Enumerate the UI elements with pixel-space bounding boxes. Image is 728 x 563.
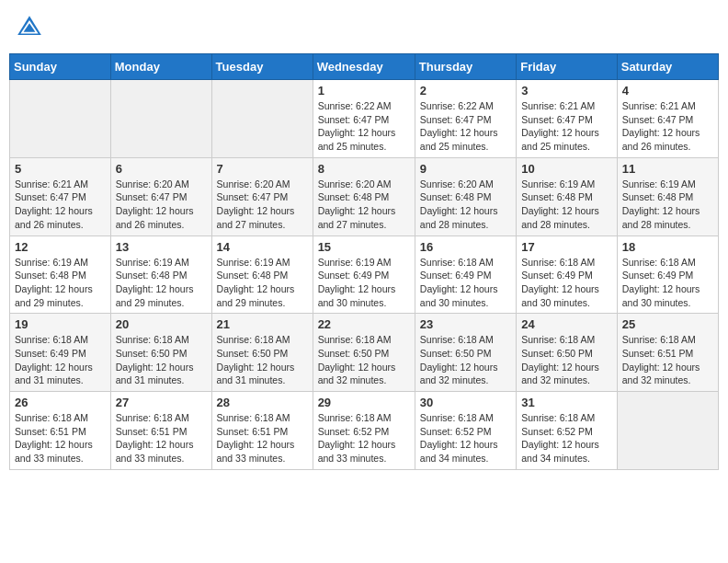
calendar-cell: 16Sunrise: 6:18 AMSunset: 6:49 PMDayligh…	[415, 236, 516, 314]
calendar-week-row: 19Sunrise: 6:18 AMSunset: 6:49 PMDayligh…	[10, 314, 719, 392]
day-info: Sunrise: 6:18 AMSunset: 6:49 PMDaylight:…	[420, 256, 511, 310]
day-info: Sunrise: 6:18 AMSunset: 6:50 PMDaylight:…	[116, 333, 207, 387]
calendar-cell: 5Sunrise: 6:21 AMSunset: 6:47 PMDaylight…	[10, 157, 111, 236]
day-header-tuesday: Tuesday	[211, 54, 313, 80]
calendar-cell: 11Sunrise: 6:19 AMSunset: 6:48 PMDayligh…	[617, 157, 718, 236]
day-number: 26	[15, 396, 106, 409]
day-info: Sunrise: 6:20 AMSunset: 6:47 PMDaylight:…	[116, 178, 207, 232]
day-number: 1	[318, 84, 410, 98]
calendar-cell: 30Sunrise: 6:18 AMSunset: 6:52 PMDayligh…	[415, 392, 516, 470]
day-number: 7	[217, 162, 308, 176]
day-number: 18	[622, 240, 713, 254]
day-info: Sunrise: 6:18 AMSunset: 6:52 PMDaylight:…	[318, 411, 410, 465]
day-info: Sunrise: 6:18 AMSunset: 6:52 PMDaylight:…	[420, 411, 511, 465]
day-header-thursday: Thursday	[415, 54, 516, 80]
day-number: 19	[15, 317, 106, 331]
day-header-saturday: Saturday	[617, 54, 718, 80]
day-number: 16	[420, 240, 511, 254]
calendar-week-row: 26Sunrise: 6:18 AMSunset: 6:51 PMDayligh…	[10, 392, 719, 470]
calendar-cell: 7Sunrise: 6:20 AMSunset: 6:47 PMDaylight…	[211, 157, 313, 236]
day-number: 30	[420, 396, 511, 409]
calendar-cell: 24Sunrise: 6:18 AMSunset: 6:50 PMDayligh…	[517, 314, 618, 392]
calendar-cell: 2Sunrise: 6:22 AMSunset: 6:47 PMDaylight…	[415, 80, 516, 158]
day-number: 15	[318, 240, 410, 254]
day-info: Sunrise: 6:18 AMSunset: 6:52 PMDaylight:…	[521, 411, 612, 465]
calendar-cell: 28Sunrise: 6:18 AMSunset: 6:51 PMDayligh…	[211, 392, 313, 470]
calendar-cell: 17Sunrise: 6:18 AMSunset: 6:49 PMDayligh…	[517, 236, 618, 314]
calendar-cell	[617, 392, 718, 470]
day-info: Sunrise: 6:20 AMSunset: 6:48 PMDaylight:…	[420, 178, 511, 232]
calendar-cell: 21Sunrise: 6:18 AMSunset: 6:50 PMDayligh…	[211, 314, 313, 392]
day-info: Sunrise: 6:20 AMSunset: 6:48 PMDaylight:…	[318, 178, 410, 232]
day-number: 5	[15, 162, 106, 176]
day-info: Sunrise: 6:22 AMSunset: 6:47 PMDaylight:…	[420, 99, 511, 154]
day-number: 2	[420, 84, 511, 98]
day-number: 29	[318, 396, 410, 409]
day-header-wednesday: Wednesday	[313, 54, 415, 80]
day-number: 20	[116, 317, 207, 331]
day-info: Sunrise: 6:19 AMSunset: 6:48 PMDaylight:…	[521, 178, 612, 232]
calendar-week-row: 5Sunrise: 6:21 AMSunset: 6:47 PMDaylight…	[10, 157, 719, 236]
calendar-cell	[211, 80, 313, 158]
day-number: 6	[116, 162, 207, 176]
day-number: 17	[521, 240, 612, 254]
calendar-cell: 14Sunrise: 6:19 AMSunset: 6:48 PMDayligh…	[211, 236, 313, 314]
calendar-cell: 8Sunrise: 6:20 AMSunset: 6:48 PMDaylight…	[313, 157, 415, 236]
day-header-monday: Monday	[110, 54, 211, 80]
day-info: Sunrise: 6:20 AMSunset: 6:47 PMDaylight:…	[217, 178, 308, 232]
day-info: Sunrise: 6:18 AMSunset: 6:50 PMDaylight:…	[318, 333, 410, 387]
day-info: Sunrise: 6:18 AMSunset: 6:51 PMDaylight:…	[217, 411, 308, 465]
calendar-cell: 25Sunrise: 6:18 AMSunset: 6:51 PMDayligh…	[617, 314, 718, 392]
day-info: Sunrise: 6:18 AMSunset: 6:49 PMDaylight:…	[521, 256, 612, 310]
day-number: 3	[521, 84, 612, 98]
day-info: Sunrise: 6:18 AMSunset: 6:50 PMDaylight:…	[521, 333, 612, 387]
calendar-cell: 29Sunrise: 6:18 AMSunset: 6:52 PMDayligh…	[313, 392, 415, 470]
day-info: Sunrise: 6:19 AMSunset: 6:48 PMDaylight:…	[116, 256, 207, 310]
calendar-cell: 3Sunrise: 6:21 AMSunset: 6:47 PMDaylight…	[517, 80, 618, 158]
calendar-cell: 31Sunrise: 6:18 AMSunset: 6:52 PMDayligh…	[517, 392, 618, 470]
calendar-cell: 27Sunrise: 6:18 AMSunset: 6:51 PMDayligh…	[110, 392, 211, 470]
calendar-cell: 9Sunrise: 6:20 AMSunset: 6:48 PMDaylight…	[415, 157, 516, 236]
calendar-week-row: 12Sunrise: 6:19 AMSunset: 6:48 PMDayligh…	[10, 236, 719, 314]
day-info: Sunrise: 6:18 AMSunset: 6:51 PMDaylight:…	[622, 333, 713, 387]
day-number: 24	[521, 317, 612, 331]
day-number: 4	[622, 84, 713, 98]
day-info: Sunrise: 6:18 AMSunset: 6:50 PMDaylight:…	[420, 333, 511, 387]
calendar-cell: 26Sunrise: 6:18 AMSunset: 6:51 PMDayligh…	[10, 392, 111, 470]
calendar-cell: 12Sunrise: 6:19 AMSunset: 6:48 PMDayligh…	[10, 236, 111, 314]
day-info: Sunrise: 6:19 AMSunset: 6:48 PMDaylight:…	[15, 256, 106, 310]
calendar-cell: 13Sunrise: 6:19 AMSunset: 6:48 PMDayligh…	[110, 236, 211, 314]
day-number: 27	[116, 396, 207, 409]
calendar-cell: 19Sunrise: 6:18 AMSunset: 6:49 PMDayligh…	[10, 314, 111, 392]
day-number: 13	[116, 240, 207, 254]
calendar-cell: 6Sunrise: 6:20 AMSunset: 6:47 PMDaylight…	[110, 157, 211, 236]
day-info: Sunrise: 6:19 AMSunset: 6:48 PMDaylight:…	[217, 256, 308, 310]
calendar-cell: 10Sunrise: 6:19 AMSunset: 6:48 PMDayligh…	[517, 157, 618, 236]
day-info: Sunrise: 6:19 AMSunset: 6:48 PMDaylight:…	[622, 178, 713, 232]
calendar-table: SundayMondayTuesdayWednesdayThursdayFrid…	[9, 53, 719, 470]
calendar-cell: 22Sunrise: 6:18 AMSunset: 6:50 PMDayligh…	[313, 314, 415, 392]
day-number: 23	[420, 317, 511, 331]
day-number: 25	[622, 317, 713, 331]
calendar-cell: 4Sunrise: 6:21 AMSunset: 6:47 PMDaylight…	[617, 80, 718, 158]
day-info: Sunrise: 6:18 AMSunset: 6:50 PMDaylight:…	[217, 333, 308, 387]
day-info: Sunrise: 6:19 AMSunset: 6:49 PMDaylight:…	[318, 256, 410, 310]
day-info: Sunrise: 6:21 AMSunset: 6:47 PMDaylight:…	[521, 99, 612, 154]
day-info: Sunrise: 6:21 AMSunset: 6:47 PMDaylight:…	[15, 178, 106, 232]
calendar-header-row: SundayMondayTuesdayWednesdayThursdayFrid…	[10, 54, 719, 80]
calendar-cell	[10, 80, 111, 158]
logo	[15, 13, 48, 42]
day-number: 11	[622, 162, 713, 176]
day-info: Sunrise: 6:18 AMSunset: 6:49 PMDaylight:…	[622, 256, 713, 310]
day-number: 21	[217, 317, 308, 331]
day-header-friday: Friday	[517, 54, 618, 80]
day-number: 10	[521, 162, 612, 176]
day-number: 8	[318, 162, 410, 176]
calendar-cell	[110, 80, 211, 158]
day-number: 28	[217, 396, 308, 409]
day-number: 31	[521, 396, 612, 409]
page-header	[9, 9, 719, 46]
day-info: Sunrise: 6:21 AMSunset: 6:47 PMDaylight:…	[622, 99, 713, 154]
calendar-cell: 15Sunrise: 6:19 AMSunset: 6:49 PMDayligh…	[313, 236, 415, 314]
calendar-cell: 1Sunrise: 6:22 AMSunset: 6:47 PMDaylight…	[313, 80, 415, 158]
